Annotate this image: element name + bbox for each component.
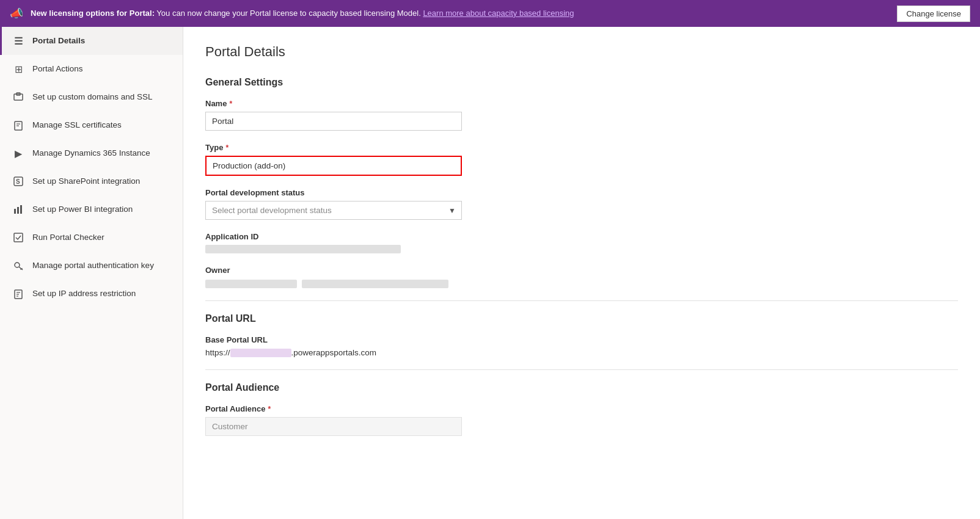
sidebar-label-portal-actions: Portal Actions xyxy=(32,64,83,74)
change-license-button[interactable]: Change license xyxy=(897,5,970,22)
owner-label: Owner xyxy=(205,266,958,275)
svg-text:S: S xyxy=(16,178,20,185)
sidebar-item-sharepoint[interactable]: S Set up SharePoint integration xyxy=(0,167,183,195)
owner-field-group: Owner xyxy=(205,266,958,288)
section-divider-2 xyxy=(205,369,958,370)
name-required-star: * xyxy=(229,100,232,108)
app-id-field-group: Application ID xyxy=(205,232,958,253)
url-redacted-part xyxy=(230,349,291,357)
ssl-certificates-icon xyxy=(12,118,25,132)
dev-status-select-wrapper: Select portal development status ▼ xyxy=(205,201,462,220)
portal-audience-input[interactable] xyxy=(205,417,462,436)
power-bi-icon xyxy=(12,203,25,216)
base-url-label: Base Portal URL xyxy=(205,335,958,344)
type-input[interactable] xyxy=(205,156,462,176)
sidebar-item-portal-actions[interactable]: ⊞ Portal Actions xyxy=(0,55,183,83)
sidebar-label-sharepoint: Set up SharePoint integration xyxy=(32,176,140,187)
base-url-value: https:// .powerappsportals.com xyxy=(205,348,958,357)
portal-details-icon: ☰ xyxy=(12,34,25,48)
learn-more-link[interactable]: Learn more about capacity based licensin… xyxy=(423,9,574,18)
custom-domains-icon xyxy=(12,90,25,104)
type-label: Type * xyxy=(205,143,958,152)
portal-actions-icon: ⊞ xyxy=(12,62,25,76)
general-settings-title: General Settings xyxy=(205,77,958,88)
dynamics-instance-icon: ▶ xyxy=(12,147,25,160)
dev-status-label: Portal development status xyxy=(205,188,958,197)
svg-point-11 xyxy=(15,263,20,267)
portal-url-title: Portal URL xyxy=(205,313,958,324)
sidebar-item-ssl-certificates[interactable]: Manage SSL certificates xyxy=(0,111,183,139)
sharepoint-icon: S xyxy=(12,175,25,188)
banner-text: New licensing options for Portal: You ca… xyxy=(31,8,890,19)
main-content: Portal Details General Settings Name * T… xyxy=(183,27,980,519)
portal-audience-required-star: * xyxy=(268,405,271,413)
dev-status-field-group: Portal development status Select portal … xyxy=(205,188,958,220)
sidebar-label-dynamics-instance: Manage Dynamics 365 Instance xyxy=(32,148,150,159)
ip-restriction-icon xyxy=(12,287,25,300)
portal-audience-title: Portal Audience xyxy=(205,382,958,393)
app-id-label: Application ID xyxy=(205,232,958,241)
auth-key-icon xyxy=(12,259,25,272)
licensing-banner: 📣 New licensing options for Portal: You … xyxy=(0,0,980,27)
sidebar-label-ssl-certs: Manage SSL certificates xyxy=(32,120,122,131)
sidebar-item-dynamics-instance[interactable]: ▶ Manage Dynamics 365 Instance xyxy=(0,139,183,167)
sidebar-label-custom-domains: Set up custom domains and SSL xyxy=(32,92,153,103)
svg-rect-9 xyxy=(20,205,22,214)
portal-audience-field-group: Portal Audience * xyxy=(205,404,958,436)
sidebar-item-portal-checker[interactable]: Run Portal Checker xyxy=(0,223,183,252)
sidebar-label-portal-details: Portal Details xyxy=(32,35,85,46)
svg-rect-7 xyxy=(14,209,16,214)
portal-audience-label: Portal Audience * xyxy=(205,404,958,413)
sidebar-item-auth-key[interactable]: Manage portal authentication key xyxy=(0,252,183,280)
portal-checker-icon xyxy=(12,231,25,244)
app-id-value xyxy=(205,245,401,253)
sidebar-label-power-bi: Set up Power BI integration xyxy=(32,204,133,215)
sidebar-item-power-bi[interactable]: Set up Power BI integration xyxy=(0,195,183,223)
name-input[interactable] xyxy=(205,112,462,131)
owner-value-bar xyxy=(205,280,297,288)
owner-value-bar-2 xyxy=(302,280,448,288)
sidebar-item-ip-restriction[interactable]: Set up IP address restriction xyxy=(0,280,183,308)
sidebar-item-portal-details[interactable]: ☰ Portal Details xyxy=(0,27,183,55)
svg-rect-10 xyxy=(14,233,23,242)
sidebar-label-portal-checker: Run Portal Checker xyxy=(32,232,104,243)
name-label: Name * xyxy=(205,99,958,108)
type-field-group: Type * xyxy=(205,143,958,176)
banner-icon: 📣 xyxy=(10,7,23,20)
sidebar: ☰ Portal Details ⊞ Portal Actions Set up… xyxy=(0,27,183,519)
section-divider xyxy=(205,300,958,301)
dev-status-select[interactable]: Select portal development status xyxy=(205,201,462,220)
svg-rect-8 xyxy=(17,207,19,214)
base-url-field-group: Base Portal URL https:// .powerappsporta… xyxy=(205,335,958,357)
sidebar-item-custom-domains[interactable]: Set up custom domains and SSL xyxy=(0,83,183,111)
page-title: Portal Details xyxy=(205,44,958,60)
name-field-group: Name * xyxy=(205,99,958,131)
sidebar-label-auth-key: Manage portal authentication key xyxy=(32,260,154,271)
type-required-star: * xyxy=(225,143,229,152)
sidebar-label-ip-restriction: Set up IP address restriction xyxy=(32,288,136,299)
